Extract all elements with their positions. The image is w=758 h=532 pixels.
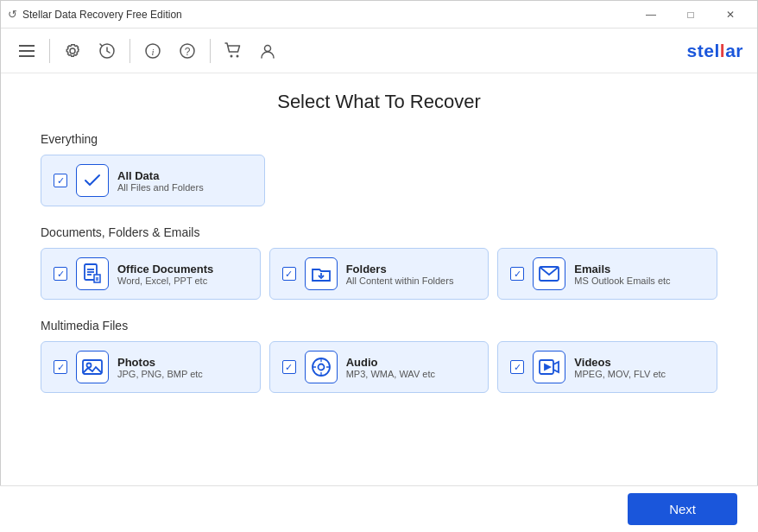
card-title-videos: Videos (574, 356, 666, 369)
section-label-multimedia: Multimedia Files (41, 319, 717, 332)
card-text-emails: Emails MS Outlook Emails etc (574, 263, 670, 286)
user-icon[interactable] (256, 39, 280, 63)
cart-icon[interactable] (221, 39, 245, 63)
checkbox-emails[interactable]: ✓ (510, 267, 524, 281)
maximize-button[interactable]: □ (671, 1, 711, 28)
emails-icon (533, 257, 565, 290)
card-title-emails: Emails (574, 263, 670, 276)
svg-point-8 (231, 54, 233, 57)
card-sub-photos: JPG, PNG, BMP etc (117, 369, 203, 379)
bottom-bar: Next (0, 485, 758, 532)
svg-rect-0 (19, 45, 35, 47)
card-videos[interactable]: ✓ Videos MPEG, MOV, FLV etc (497, 341, 717, 393)
svg-marker-26 (545, 364, 550, 370)
card-text-audio: Audio MP3, WMA, WAV etc (346, 356, 435, 379)
section-documents: Documents, Folders & Emails ✓ (41, 225, 717, 300)
card-text-videos: Videos MPEG, MOV, FLV etc (574, 356, 666, 379)
card-grid-documents: ✓ Office Documents Word, Excel, PPT etc (41, 248, 717, 300)
videos-icon (533, 351, 565, 383)
title-bar-left: ↺ Stellar Data Recovery Free Edition (8, 8, 182, 21)
card-sub-all-data: All Files and Folders (117, 182, 204, 193)
card-folders[interactable]: ✓ Folders All Content within Folders (269, 248, 490, 300)
card-sub-folders: All Content within Folders (346, 276, 454, 286)
checkbox-videos[interactable]: ✓ (510, 360, 524, 374)
card-all-data[interactable]: ✓ All Data All Files and Folders (41, 155, 265, 206)
checkbox-office-documents[interactable]: ✓ (54, 267, 67, 281)
card-grid-everything: ✓ All Data All Files and Folders (41, 155, 717, 206)
menu-icon[interactable] (15, 39, 39, 63)
card-title-audio: Audio (346, 356, 435, 369)
card-photos[interactable]: ✓ Photos JPG, PNG, BMP etc (41, 341, 261, 393)
history-icon[interactable] (95, 39, 119, 63)
svg-point-23 (318, 364, 324, 370)
svg-point-21 (87, 364, 92, 368)
section-label-documents: Documents, Folders & Emails (41, 225, 717, 239)
card-title-photos: Photos (117, 356, 203, 369)
card-sub-office: Word, Excel, PPT etc (117, 276, 213, 286)
checkbox-audio[interactable]: ✓ (282, 360, 296, 374)
toolbar-divider-3 (210, 39, 211, 63)
window-controls: — □ ✕ (631, 1, 750, 28)
svg-marker-25 (553, 362, 559, 372)
card-text-photos: Photos JPG, PNG, BMP etc (117, 356, 203, 379)
svg-point-9 (237, 54, 239, 57)
card-title-folders: Folders (346, 263, 454, 276)
section-everything: Everything ✓ All Data All Files and Fold… (41, 132, 717, 206)
card-text-folders: Folders All Content within Folders (346, 263, 454, 286)
card-sub-videos: MPEG, MOV, FLV etc (574, 369, 666, 379)
svg-rect-1 (19, 50, 35, 52)
checkbox-folders[interactable]: ✓ (282, 267, 296, 281)
card-text-office: Office Documents Word, Excel, PPT etc (117, 263, 213, 286)
svg-rect-2 (19, 55, 35, 57)
card-sub-emails: MS Outlook Emails etc (574, 276, 670, 286)
app-title: Stellar Data Recovery Free Edition (22, 9, 182, 21)
section-multimedia: Multimedia Files ✓ Photos JPG, PNG, BMP … (41, 319, 717, 393)
card-text-all-data: All Data All Files and Folders (117, 169, 204, 193)
audio-icon (305, 351, 338, 383)
card-grid-multimedia: ✓ Photos JPG, PNG, BMP etc ✓ (41, 341, 717, 393)
all-data-icon (76, 164, 109, 197)
card-title-all-data: All Data (117, 169, 204, 182)
section-label-everything: Everything (41, 132, 717, 146)
next-button[interactable]: Next (628, 493, 737, 525)
toolbar-divider-1 (49, 39, 50, 63)
card-office-documents[interactable]: ✓ Office Documents Word, Excel, PPT etc (41, 248, 261, 300)
main-content: Select What To Recover Everything ✓ All … (1, 73, 757, 532)
close-button[interactable]: ✕ (711, 1, 750, 28)
card-title-office: Office Documents (117, 263, 213, 276)
photos-icon (76, 351, 109, 383)
title-bar: ↺ Stellar Data Recovery Free Edition — □… (1, 1, 757, 28)
checkbox-all-data[interactable]: ✓ (54, 174, 67, 187)
app-logo: stellar (687, 41, 743, 61)
logo-highlight: l (720, 41, 725, 60)
office-doc-icon (76, 257, 109, 290)
help-icon[interactable]: ? (175, 39, 199, 63)
settings-icon[interactable] (60, 39, 85, 63)
checkbox-photos[interactable]: ✓ (54, 360, 67, 374)
undo-icon[interactable]: ↺ (8, 8, 17, 21)
toolbar: i ? stellar (1, 28, 757, 73)
toolbar-divider-2 (129, 39, 130, 63)
folders-icon (305, 257, 338, 290)
info-icon[interactable]: i (141, 39, 165, 63)
card-audio[interactable]: ✓ Audio MP3, WMA, WAV etc (269, 341, 490, 393)
svg-text:?: ? (185, 46, 191, 58)
minimize-button[interactable]: — (631, 1, 671, 28)
svg-point-10 (265, 45, 271, 51)
page-title: Select What To Recover (41, 91, 717, 113)
card-emails[interactable]: ✓ Emails MS Outlook Emails etc (497, 248, 717, 300)
card-sub-audio: MP3, WMA, WAV etc (346, 369, 435, 379)
svg-text:i: i (151, 47, 154, 57)
